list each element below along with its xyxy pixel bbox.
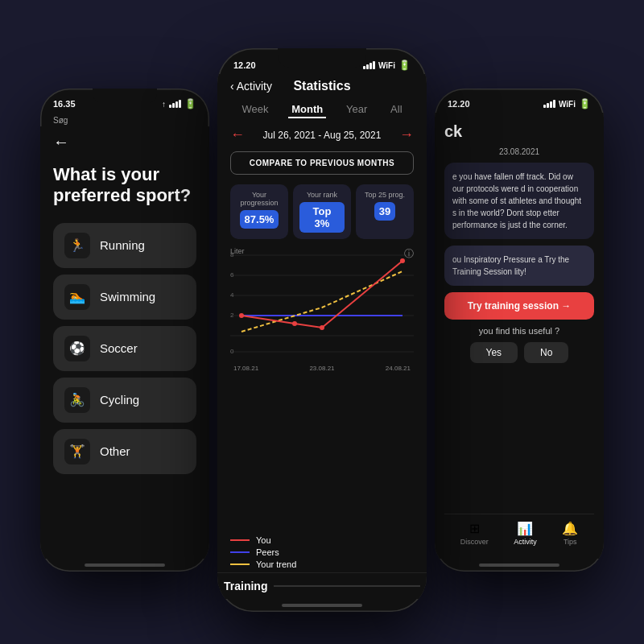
useful-question: you find this useful ?: [444, 326, 594, 336]
sport-item-cycling[interactable]: 🚴 Cycling: [53, 378, 196, 423]
running-icon: 🏃: [64, 233, 90, 258]
svg-text:2: 2: [230, 312, 234, 319]
stat-top25: Top 25 prog. 39: [356, 184, 414, 239]
you-label: You: [256, 535, 271, 545]
svg-text:4: 4: [230, 291, 234, 299]
center-nav-header: ‹ Activity Statistics: [217, 74, 427, 97]
sport-item-soccer[interactable]: ⚽ Soccer: [53, 326, 196, 371]
rnav-activity[interactable]: 📊 Activity: [514, 521, 537, 546]
phone-right: 12.20 WiFi 🔋 ck 23.08.2021 e you have fa…: [435, 89, 604, 572]
center-screen: ‹ Activity Statistics Week Month Year Al…: [217, 74, 427, 599]
svg-point-14: [320, 325, 324, 330]
left-back-arrow[interactable]: ←: [53, 133, 196, 151]
message-bubble-2: ou Inspiratory Pressure a Try the Traini…: [444, 246, 594, 286]
right-header-partial: ck: [444, 119, 594, 141]
rank-label: Your rank: [299, 191, 345, 199]
swimming-icon: 🏊: [64, 284, 90, 310]
left-notch: [93, 89, 157, 103]
compare-btn[interactable]: COMPARE TO PREVIOUS MONTHS: [230, 151, 414, 175]
stat-rank: Your rank Top 3%: [293, 184, 351, 239]
left-content: ← What is your preferred sport? 🏃 Runnin…: [40, 126, 209, 559]
activity-icon: 📊: [517, 521, 533, 536]
right-home-indicator: [479, 564, 559, 567]
date-range-text: Jul 26, 2021 - Aug 25, 2021: [263, 130, 382, 141]
top25-value: 39: [374, 202, 395, 221]
rnav-discover[interactable]: ⊞ Discover: [460, 521, 489, 546]
sport-item-other[interactable]: 🏋 Other: [53, 429, 196, 474]
peers-line-icon: [230, 551, 250, 553]
rank-value: Top 3%: [299, 202, 345, 233]
legend-trend: Your trend: [230, 559, 414, 569]
message-bubble-1: e you have fallen off track. Did ow our …: [444, 163, 594, 239]
legend-you: You: [230, 535, 414, 545]
you-line-icon: [230, 539, 250, 541]
right-time: 12.20: [448, 99, 470, 109]
center-bottom-tab[interactable]: Training: [217, 572, 427, 599]
left-subtitle: Søg: [40, 113, 209, 126]
center-time: 12.20: [233, 60, 256, 70]
activity-label: Activity: [514, 538, 537, 546]
soccer-icon: ⚽: [64, 336, 90, 361]
tab-all[interactable]: All: [387, 101, 405, 118]
top25-label: Top 25 prog.: [362, 191, 407, 199]
peers-label: Peers: [256, 547, 279, 557]
yes-btn[interactable]: Yes: [470, 342, 518, 363]
legend-peers: Peers: [230, 547, 414, 557]
date-navigation: ← Jul 26, 2021 - Aug 25, 2021 →: [217, 123, 427, 147]
other-label: Other: [100, 444, 130, 458]
tips-label: Tips: [564, 538, 577, 546]
svg-point-12: [239, 313, 244, 318]
left-time: 16.35: [53, 99, 76, 109]
no-btn[interactable]: No: [524, 342, 568, 363]
cycling-label: Cycling: [100, 393, 139, 407]
stat-progression: Your progression 87.5%: [230, 184, 288, 239]
sport-item-swimming[interactable]: 🏊 Swimming: [53, 275, 196, 320]
soccer-label: Soccer: [100, 341, 138, 355]
back-label: Activity: [237, 80, 272, 93]
chart-legend: You Peers Your trend: [217, 532, 427, 572]
trend-line-icon: [230, 564, 250, 565]
x-label-3: 24.08.21: [386, 365, 411, 372]
next-date-arrow[interactable]: →: [399, 126, 414, 143]
chart-svg: 8 6 4 2 0: [230, 247, 414, 360]
message-text-1: e you have fallen off track. Did ow our …: [452, 172, 581, 229]
swimming-label: Swimming: [100, 290, 155, 303]
prev-date-arrow[interactable]: ←: [230, 126, 245, 143]
progression-value: 87.5%: [240, 210, 279, 229]
discover-icon: ⊞: [469, 521, 480, 536]
center-back-btn[interactable]: ‹ Activity: [230, 80, 272, 93]
svg-point-13: [292, 321, 297, 326]
sport-item-running[interactable]: 🏃 Running: [53, 223, 196, 268]
cta-btn[interactable]: Try training session →: [444, 292, 594, 320]
svg-text:0: 0: [230, 348, 234, 355]
center-tabs: Week Month Year All: [217, 97, 427, 123]
phone-center: 12.20 WiFi 🔋 ‹ Activity Statistics: [217, 48, 427, 612]
yn-row: Yes No: [444, 342, 594, 363]
back-chevron-icon: ‹: [230, 80, 234, 93]
chart-info-icon[interactable]: ⓘ: [404, 247, 414, 261]
chart-area: Liter ⓘ 8 6 4 2 0: [217, 244, 427, 532]
x-label-1: 17.08.21: [233, 365, 258, 372]
tab-week[interactable]: Week: [238, 101, 271, 118]
center-notch: [278, 48, 366, 68]
training-label: Training: [224, 580, 267, 592]
running-label: Running: [100, 238, 145, 252]
center-home-indicator: [282, 604, 362, 607]
center-title: Statistics: [293, 79, 350, 93]
progression-label: Your progression: [237, 191, 282, 207]
left-home-indicator: [85, 564, 165, 567]
rnav-tips[interactable]: 🔔 Tips: [562, 521, 578, 546]
other-icon: 🏋: [64, 439, 90, 464]
x-label-2: 23.08.21: [309, 365, 334, 372]
svg-text:6: 6: [230, 271, 234, 279]
right-content: ck 23.08.2021 e you have fallen off trac…: [435, 113, 604, 559]
tab-year[interactable]: Year: [343, 101, 370, 118]
discover-label: Discover: [460, 538, 489, 546]
cycling-icon: 🚴: [64, 387, 90, 413]
chart-y-label: Liter: [230, 247, 245, 255]
tab-month[interactable]: Month: [288, 101, 326, 118]
tips-icon: 🔔: [562, 521, 578, 536]
stats-row: Your progression 87.5% Your rank Top 3% …: [217, 180, 427, 244]
trend-label: Your trend: [256, 559, 296, 569]
sports-list: 🏃 Running 🏊 Swimming ⚽ Soccer 🚴 Cycling …: [53, 223, 196, 474]
